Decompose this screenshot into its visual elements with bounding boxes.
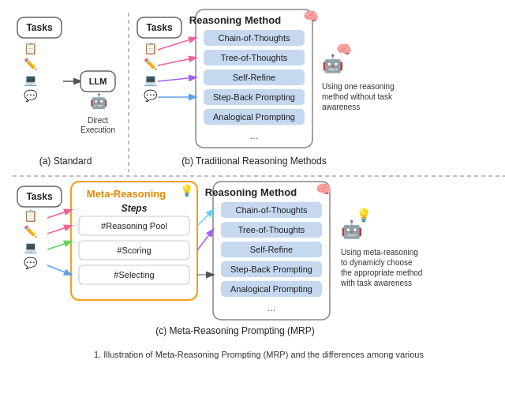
svg-text:💻: 💻 bbox=[24, 73, 38, 87]
svg-text:Direct: Direct bbox=[88, 116, 108, 125]
diagram-container: Tasks 📋 ✏️ 💻 💬 LLM 🤖 Direct Execution (a… bbox=[0, 0, 505, 420]
svg-text:Self-Refine: Self-Refine bbox=[233, 73, 275, 82]
svg-text:...: ... bbox=[250, 129, 259, 141]
svg-text:Tree-of-Thoughts: Tree-of-Thoughts bbox=[221, 53, 288, 62]
svg-text:Analogical Prompting: Analogical Prompting bbox=[230, 284, 312, 294]
svg-text:Chain-of-Thoughts: Chain-of-Thoughts bbox=[235, 205, 308, 215]
svg-text:Step-Back Prompting: Step-Back Prompting bbox=[230, 264, 312, 274]
svg-text:with task awareness: with task awareness bbox=[340, 279, 412, 287]
svg-text:✏️: ✏️ bbox=[144, 58, 158, 71]
svg-text:Reasoning Method: Reasoning Method bbox=[189, 14, 281, 26]
svg-text:💬: 💬 bbox=[24, 257, 38, 270]
svg-text:Self-Refine: Self-Refine bbox=[250, 245, 293, 254]
svg-text:📋: 📋 bbox=[144, 42, 158, 55]
svg-text:Analogical Prompting: Analogical Prompting bbox=[213, 112, 295, 122]
svg-text:Reasoning Method: Reasoning Method bbox=[205, 186, 297, 198]
svg-text:the appropriate method: the appropriate method bbox=[341, 268, 422, 277]
svg-text:Using one reasoning: Using one reasoning bbox=[322, 82, 395, 91]
svg-text:method without task: method without task bbox=[322, 92, 393, 101]
svg-text:(a) Standard: (a) Standard bbox=[39, 156, 92, 167]
svg-text:1. Illustration of Meta-Reason: 1. Illustration of Meta-Reasoning Prompt… bbox=[94, 350, 425, 359]
svg-text:🤖: 🤖 bbox=[90, 92, 108, 110]
svg-text:awareness: awareness bbox=[322, 103, 360, 111]
svg-text:Tasks: Tasks bbox=[146, 22, 172, 33]
svg-text:💻: 💻 bbox=[144, 73, 158, 87]
svg-text:to dynamicly choose: to dynamicly choose bbox=[341, 258, 413, 267]
svg-text:Step-Back Prompting: Step-Back Prompting bbox=[213, 92, 295, 102]
svg-text:💬: 💬 bbox=[24, 89, 38, 103]
svg-text:🧠: 🧠 bbox=[303, 9, 319, 24]
svg-text:💡: 💡 bbox=[356, 208, 372, 223]
svg-text:📋: 📋 bbox=[24, 209, 38, 223]
full-diagram: Tasks 📋 ✏️ 💻 💬 LLM 🤖 Direct Execution (a… bbox=[6, 6, 505, 420]
svg-text:💻: 💻 bbox=[24, 241, 38, 254]
svg-text:LLM: LLM bbox=[89, 77, 107, 86]
svg-text:Steps: Steps bbox=[122, 203, 148, 214]
svg-text:Tree-of-Thoughts: Tree-of-Thoughts bbox=[238, 225, 305, 234]
svg-text:Using meta-reasoning: Using meta-reasoning bbox=[341, 248, 418, 257]
svg-text:✏️: ✏️ bbox=[24, 225, 38, 238]
svg-text:(c) Meta-Reasoning Prompting (: (c) Meta-Reasoning Prompting (MRP) bbox=[155, 325, 314, 336]
svg-text:💬: 💬 bbox=[144, 89, 158, 103]
svg-text:🧠: 🧠 bbox=[336, 42, 352, 57]
svg-text:Tasks: Tasks bbox=[26, 22, 52, 33]
svg-text:🧠: 🧠 bbox=[316, 182, 331, 197]
svg-text:Chain-of-Thoughts: Chain-of-Thoughts bbox=[218, 33, 290, 43]
svg-text:Execution: Execution bbox=[80, 126, 115, 134]
svg-text:...: ... bbox=[267, 302, 276, 313]
svg-text:#Selecting: #Selecting bbox=[114, 270, 154, 279]
svg-text:Meta-Reasoning: Meta-Reasoning bbox=[87, 188, 166, 200]
svg-text:💡: 💡 bbox=[180, 184, 194, 197]
svg-text:✏️: ✏️ bbox=[24, 58, 38, 71]
svg-text:📋: 📋 bbox=[24, 42, 38, 55]
svg-text:#Reasoning Pool: #Reasoning Pool bbox=[101, 221, 167, 231]
svg-text:#Scoring: #Scoring bbox=[117, 246, 151, 255]
svg-text:🤖: 🤖 bbox=[322, 53, 344, 74]
svg-text:🤖: 🤖 bbox=[341, 219, 363, 240]
svg-text:Tasks: Tasks bbox=[26, 191, 52, 202]
svg-text:(b) Traditional Reasoning Meth: (b) Traditional Reasoning Methods bbox=[181, 156, 326, 167]
